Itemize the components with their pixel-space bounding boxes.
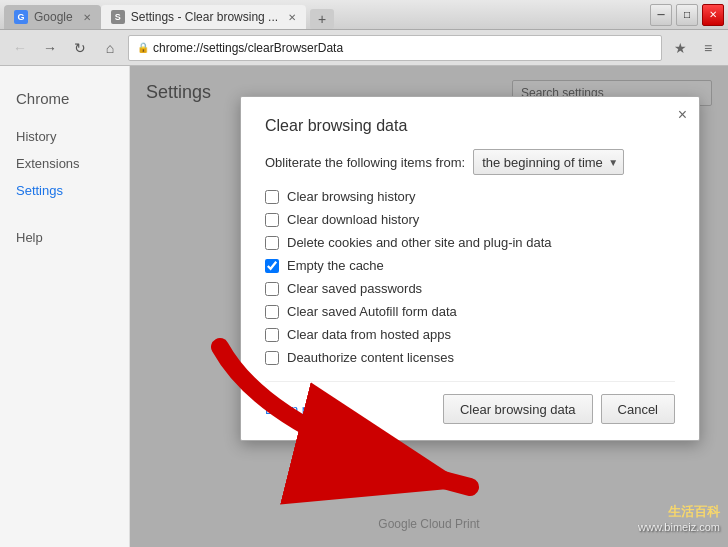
back-button[interactable]: ← bbox=[8, 36, 32, 60]
checkbox-cookies-label: Delete cookies and other site and plug-i… bbox=[287, 235, 552, 250]
checkbox-download-history-input[interactable] bbox=[265, 213, 279, 227]
tab-settings-label: Settings - Clear browsing ... bbox=[131, 10, 278, 24]
checkbox-hosted-apps-input[interactable] bbox=[265, 328, 279, 342]
close-button[interactable]: ✕ bbox=[702, 4, 724, 26]
checkbox-cache: Empty the cache bbox=[265, 258, 675, 273]
address-lock-icon: 🔒 bbox=[137, 42, 149, 53]
menu-button[interactable]: ≡ bbox=[696, 36, 720, 60]
tab-settings-close[interactable]: ✕ bbox=[288, 12, 296, 23]
checkbox-autofill-label: Clear saved Autofill form data bbox=[287, 304, 457, 319]
tab-google-label: Google bbox=[34, 10, 73, 24]
sidebar-item-help[interactable]: Help bbox=[0, 224, 129, 251]
checkbox-passwords-input[interactable] bbox=[265, 282, 279, 296]
tab-google[interactable]: G Google ✕ bbox=[4, 5, 101, 29]
nav-extra: ★ ≡ bbox=[668, 36, 720, 60]
tab-settings[interactable]: S Settings - Clear browsing ... ✕ bbox=[101, 5, 306, 29]
checkbox-browsing-history: Clear browsing history bbox=[265, 189, 675, 204]
cancel-button[interactable]: Cancel bbox=[601, 394, 675, 424]
settings-area: Settings Google Cloud Print Clear browsi… bbox=[130, 66, 728, 547]
minimize-button[interactable]: ─ bbox=[650, 4, 672, 26]
window-controls: ─ □ ✕ bbox=[650, 4, 724, 26]
checkbox-passwords: Clear saved passwords bbox=[265, 281, 675, 296]
nav-bar: ← → ↻ ⌂ 🔒 chrome://settings/clearBrowser… bbox=[0, 30, 728, 66]
checkbox-content-licenses-label: Deauthorize content licenses bbox=[287, 350, 454, 365]
checkbox-browsing-history-input[interactable] bbox=[265, 190, 279, 204]
dialog-title: Clear browsing data bbox=[265, 117, 675, 135]
clear-browsing-data-button[interactable]: Clear browsing data bbox=[443, 394, 593, 424]
checkbox-browsing-history-label: Clear browsing history bbox=[287, 189, 416, 204]
obliterate-label: Obliterate the following items from: bbox=[265, 155, 465, 170]
watermark: 生活百科 www.bimeiz.com bbox=[638, 503, 720, 533]
checkbox-autofill: Clear saved Autofill form data bbox=[265, 304, 675, 319]
checkbox-cookies: Delete cookies and other site and plug-i… bbox=[265, 235, 675, 250]
forward-button[interactable]: → bbox=[38, 36, 62, 60]
watermark-line2: www.bimeiz.com bbox=[638, 521, 720, 533]
checkbox-download-history: Clear download history bbox=[265, 212, 675, 227]
modal-overlay: Clear browsing data × Obliterate the fol… bbox=[130, 66, 728, 547]
checkbox-cache-label: Empty the cache bbox=[287, 258, 384, 273]
tab-google-close[interactable]: ✕ bbox=[83, 12, 91, 23]
title-bar: G Google ✕ S Settings - Clear browsing .… bbox=[0, 0, 728, 30]
obliterate-row: Obliterate the following items from: the… bbox=[265, 149, 675, 175]
checkbox-download-history-label: Clear download history bbox=[287, 212, 419, 227]
checkbox-autofill-input[interactable] bbox=[265, 305, 279, 319]
new-tab-button[interactable]: + bbox=[310, 9, 334, 29]
google-tab-icon: G bbox=[14, 10, 28, 24]
dialog-footer: Learn more Clear browsing data Cancel bbox=[265, 381, 675, 424]
watermark-line1: 生活百科 bbox=[638, 503, 720, 521]
checkbox-content-licenses: Deauthorize content licenses bbox=[265, 350, 675, 365]
sidebar-item-settings[interactable]: Settings bbox=[0, 177, 129, 204]
time-dropdown-wrapper: the beginning of time the past hour the … bbox=[473, 149, 624, 175]
tabs-area: G Google ✕ S Settings - Clear browsing .… bbox=[4, 0, 650, 29]
maximize-button[interactable]: □ bbox=[676, 4, 698, 26]
sidebar-item-extensions[interactable]: Extensions bbox=[0, 150, 129, 177]
settings-tab-icon: S bbox=[111, 10, 125, 24]
sidebar-item-history[interactable]: History bbox=[0, 123, 129, 150]
address-bar[interactable]: 🔒 chrome://settings/clearBrowserData bbox=[128, 35, 662, 61]
time-dropdown[interactable]: the beginning of time the past hour the … bbox=[473, 149, 624, 175]
home-button[interactable]: ⌂ bbox=[98, 36, 122, 60]
checkbox-content-licenses-input[interactable] bbox=[265, 351, 279, 365]
checkbox-hosted-apps-label: Clear data from hosted apps bbox=[287, 327, 451, 342]
checkbox-cookies-input[interactable] bbox=[265, 236, 279, 250]
checkbox-passwords-label: Clear saved passwords bbox=[287, 281, 422, 296]
address-text: chrome://settings/clearBrowserData bbox=[153, 41, 653, 55]
bookmark-button[interactable]: ★ bbox=[668, 36, 692, 60]
checkbox-cache-input[interactable] bbox=[265, 259, 279, 273]
clear-browsing-dialog: Clear browsing data × Obliterate the fol… bbox=[240, 96, 700, 441]
footer-buttons: Clear browsing data Cancel bbox=[443, 394, 675, 424]
reload-button[interactable]: ↻ bbox=[68, 36, 92, 60]
dialog-close-button[interactable]: × bbox=[678, 107, 687, 123]
main-content: Chrome History Extensions Settings Help … bbox=[0, 66, 728, 547]
sidebar: Chrome History Extensions Settings Help bbox=[0, 66, 130, 547]
learn-more-link[interactable]: Learn more bbox=[265, 402, 331, 417]
sidebar-title: Chrome bbox=[0, 82, 129, 123]
checkbox-hosted-apps: Clear data from hosted apps bbox=[265, 327, 675, 342]
